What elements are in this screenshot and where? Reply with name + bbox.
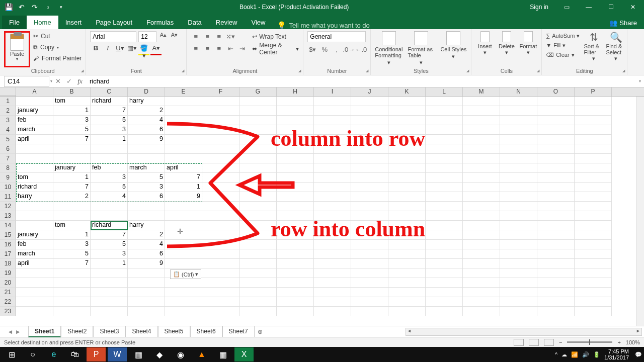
cell-G19[interactable] [239, 268, 277, 278]
cell-L3[interactable] [426, 116, 463, 125]
cell-F22[interactable] [202, 297, 239, 307]
cell-O15[interactable] [537, 230, 575, 240]
cell-O20[interactable] [537, 278, 575, 288]
cell-G10[interactable] [239, 183, 277, 192]
cell-F20[interactable] [202, 278, 239, 288]
cell-L7[interactable] [426, 154, 463, 163]
cell-N7[interactable] [500, 154, 537, 163]
cell-P10[interactable] [575, 183, 612, 192]
cell-M5[interactable] [463, 135, 500, 144]
cell-M23[interactable] [463, 307, 500, 316]
find-select-button[interactable]: 🔍Find & Select▾ [606, 31, 626, 65]
cell-M22[interactable] [463, 297, 500, 307]
cell-D9[interactable]: 5 [128, 173, 165, 183]
cell-I22[interactable] [314, 297, 351, 307]
sign-in-link[interactable]: Sign in [523, 4, 555, 11]
cell-O16[interactable] [537, 240, 575, 249]
system-clock[interactable]: 7:45 PM 1/31/2017 [604, 348, 631, 360]
cell-J12[interactable] [351, 202, 388, 211]
cell-H19[interactable] [277, 268, 314, 278]
cell-H3[interactable] [277, 116, 314, 125]
cell-C6[interactable] [91, 144, 128, 154]
cut-button[interactable]: ✂Cut [33, 31, 82, 41]
cell-M6[interactable] [463, 144, 500, 154]
cell-E11[interactable]: 9 [165, 192, 202, 202]
volume-icon[interactable]: 🔊 [582, 351, 589, 358]
cell-L9[interactable] [426, 173, 463, 183]
cell-F4[interactable] [202, 125, 239, 135]
zoom-slider[interactable] [567, 341, 612, 343]
column-header-C[interactable]: C [91, 87, 128, 96]
cell-N13[interactable] [500, 211, 537, 221]
cell-M8[interactable] [463, 163, 500, 173]
column-header-A[interactable]: A [16, 87, 53, 96]
increase-font-icon[interactable]: A▴ [158, 32, 168, 42]
cell-O7[interactable] [537, 154, 575, 163]
cell-L22[interactable] [426, 297, 463, 307]
column-header-E[interactable]: E [165, 87, 202, 96]
expand-formula-icon[interactable]: ▾ [639, 79, 644, 83]
cell-J8[interactable] [351, 163, 388, 173]
name-box[interactable] [4, 76, 49, 87]
cell-E22[interactable] [165, 297, 202, 307]
cell-D16[interactable]: 4 [128, 240, 165, 249]
column-header-L[interactable]: L [426, 87, 463, 96]
cell-D8[interactable]: march [128, 163, 165, 173]
cell-C21[interactable] [91, 288, 128, 297]
border-button[interactable]: ▦▾ [126, 44, 137, 55]
horizontal-scrollbar[interactable] [406, 328, 642, 336]
cell-C2[interactable]: 7 [91, 106, 128, 116]
cell-P4[interactable] [575, 125, 612, 135]
cell-F19[interactable] [202, 268, 239, 278]
cell-M19[interactable] [463, 268, 500, 278]
cell-M11[interactable] [463, 192, 500, 202]
battery-icon[interactable]: 🔋 [593, 351, 600, 358]
cell-H2[interactable] [277, 106, 314, 116]
cell-N17[interactable] [500, 249, 537, 259]
cell-M15[interactable] [463, 230, 500, 240]
tab-page-layout[interactable]: Page Layout [89, 16, 139, 29]
sort-filter-button[interactable]: ⇅Sort & Filter▾ [584, 31, 604, 65]
select-all-corner[interactable] [0, 87, 16, 96]
font-name-combo[interactable] [90, 31, 136, 42]
sheet-tab-sheet2[interactable]: Sheet2 [61, 326, 93, 337]
cell-K10[interactable] [388, 183, 426, 192]
cell-A8[interactable] [16, 163, 53, 173]
align-middle-icon[interactable]: ≡ [202, 31, 212, 41]
cell-A14[interactable] [16, 221, 53, 230]
cell-K18[interactable] [388, 259, 426, 268]
cell-O14[interactable] [537, 221, 575, 230]
cell-J17[interactable] [351, 249, 388, 259]
cell-N15[interactable] [500, 230, 537, 240]
row-header-7[interactable]: 7 [0, 154, 16, 163]
cell-P21[interactable] [575, 288, 612, 297]
conditional-formatting-button[interactable]: Conditional Formatting▾ [375, 31, 403, 65]
cell-A18[interactable]: april [16, 259, 53, 268]
cell-H18[interactable] [277, 259, 314, 268]
cell-C14[interactable]: richard [91, 221, 128, 230]
cell-J7[interactable] [351, 154, 388, 163]
cell-B8[interactable]: january [53, 163, 91, 173]
cell-E10[interactable]: 1 [165, 183, 202, 192]
fill-button[interactable]: ▼Fill▾ [546, 41, 580, 50]
cell-M3[interactable] [463, 116, 500, 125]
insert-function-icon[interactable]: fx [74, 77, 86, 85]
tab-home[interactable]: Home [27, 16, 58, 29]
cell-H11[interactable] [277, 192, 314, 202]
cell-D23[interactable] [128, 307, 165, 316]
italic-button[interactable]: I [102, 44, 113, 55]
cell-A13[interactable] [16, 211, 53, 221]
store-icon[interactable]: 🛍 [65, 347, 85, 361]
cell-A20[interactable] [16, 278, 53, 288]
cell-B7[interactable] [53, 154, 91, 163]
cell-L1[interactable] [426, 97, 463, 106]
cell-J21[interactable] [351, 288, 388, 297]
sheet-tab-sheet1[interactable]: Sheet1 [28, 326, 61, 337]
column-header-K[interactable]: K [388, 87, 426, 96]
cell-P22[interactable] [575, 297, 612, 307]
cell-A3[interactable]: feb [16, 116, 53, 125]
cell-P23[interactable] [575, 307, 612, 316]
cell-A21[interactable] [16, 288, 53, 297]
cell-B22[interactable] [53, 297, 91, 307]
tray-chevron-icon[interactable]: ^ [555, 351, 557, 357]
